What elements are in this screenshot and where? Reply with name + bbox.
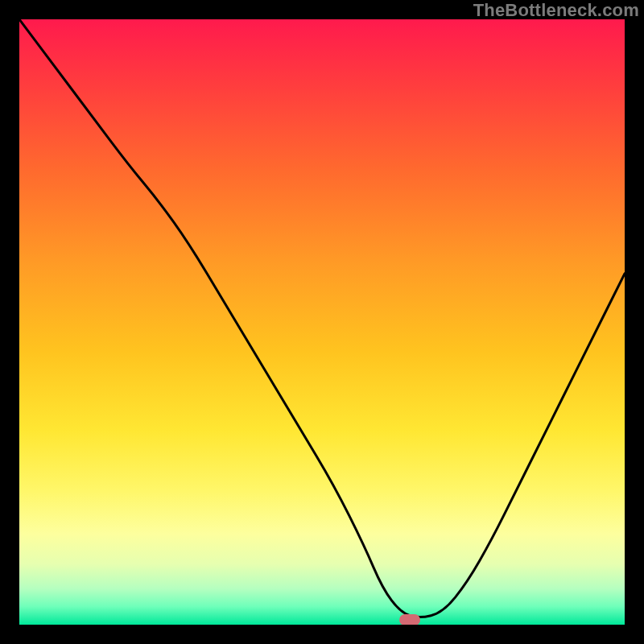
chart-frame: TheBottleneck.com bbox=[0, 0, 644, 644]
plot-area bbox=[19, 19, 625, 625]
optimal-marker bbox=[399, 614, 420, 625]
watermark-text: TheBottleneck.com bbox=[473, 0, 639, 21]
bottleneck-curve bbox=[19, 19, 625, 625]
